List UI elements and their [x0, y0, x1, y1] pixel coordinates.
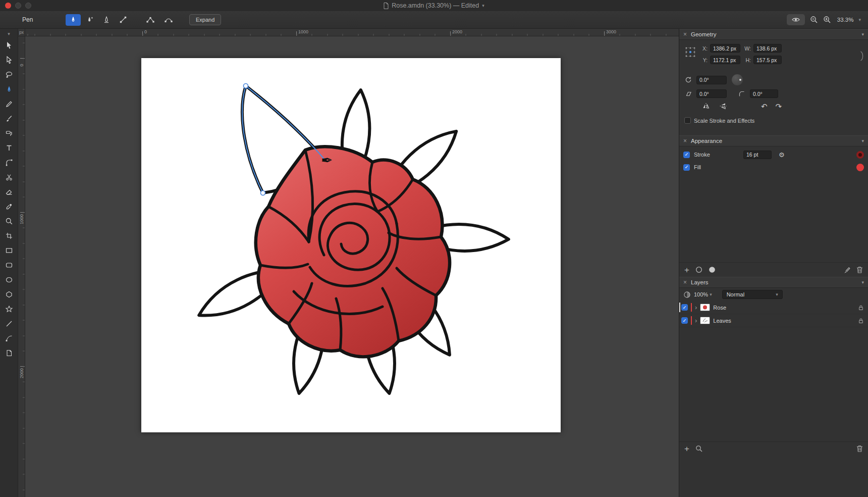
line-tool[interactable]	[2, 316, 16, 331]
path-node	[261, 191, 265, 195]
layer-thumbnail[interactable]	[700, 304, 710, 311]
stroke-settings-gear-icon[interactable]: ⚙	[779, 151, 785, 159]
layer-name[interactable]: Leaves	[713, 318, 855, 324]
close-appearance-panel-icon[interactable]: ×	[683, 138, 687, 144]
no-fill-button[interactable]	[695, 266, 702, 273]
layer-expand-chevron-icon[interactable]: ›	[695, 317, 697, 324]
sharp-node-button[interactable]	[143, 14, 158, 26]
layer-thumbnail[interactable]	[700, 317, 710, 324]
text-tool[interactable]	[2, 140, 16, 155]
shear-icon	[683, 90, 693, 98]
layers-panel-title: Layers	[691, 279, 857, 285]
y-input[interactable]	[710, 56, 740, 64]
color-picker-tool[interactable]	[2, 199, 16, 214]
layer-visibility-checkbox[interactable]: ✓	[681, 304, 688, 311]
node-tool[interactable]	[2, 53, 16, 67]
add-style-button[interactable]: +	[684, 266, 689, 274]
zoom-level-chevron-icon[interactable]: ▾	[858, 17, 861, 22]
style-brush-icon[interactable]	[843, 266, 850, 274]
layer-lock-icon[interactable]	[858, 318, 864, 324]
node-type-group	[143, 14, 176, 26]
flip-vertical-button[interactable]	[719, 102, 728, 110]
layer-name[interactable]: Rose	[713, 305, 855, 311]
pencil-tool[interactable]	[2, 96, 16, 111]
hruler-label: 1000	[298, 29, 308, 34]
w-label: W:	[743, 45, 751, 52]
shear-input[interactable]	[696, 89, 727, 98]
zoom-out-button[interactable]	[810, 16, 818, 24]
layer-expand-chevron-icon[interactable]: ›	[695, 304, 697, 311]
crop-tool[interactable]	[2, 228, 16, 243]
stroke-width-input[interactable]	[743, 151, 772, 159]
title-menu-chevron-icon[interactable]: ▾	[482, 3, 484, 8]
layer-row-rose[interactable]: ✓ › Rose	[679, 301, 868, 314]
x-input[interactable]	[710, 44, 740, 53]
stroke-visibility-checkbox[interactable]: ✓	[683, 152, 690, 158]
polygon-mode-button[interactable]	[99, 14, 114, 26]
fill-color-swatch[interactable]	[856, 164, 864, 171]
link-dimensions-icon[interactable]	[860, 51, 864, 61]
pen-mode-button[interactable]	[66, 14, 81, 26]
toolbar-right-group: 33.3% ▾	[787, 14, 861, 25]
fill-visibility-checkbox[interactable]: ✓	[683, 164, 690, 171]
rotate-right-button[interactable]: ↷	[776, 103, 782, 110]
zoom-tool[interactable]	[2, 214, 16, 228]
opacity-dropdown[interactable]: 100%▾	[694, 291, 712, 297]
horizontal-ruler[interactable]: 0 1000 2000 3000	[25, 29, 679, 36]
height-input[interactable]	[753, 56, 782, 64]
scale-stroke-checkbox[interactable]	[684, 117, 691, 124]
close-geometry-panel-icon[interactable]: ×	[683, 31, 687, 37]
hruler-label: 0	[144, 29, 147, 34]
rotate-left-button[interactable]: ↶	[761, 103, 768, 110]
find-layer-magnifier-icon[interactable]	[695, 445, 702, 452]
expand-button[interactable]: Expand	[189, 14, 221, 25]
smooth-node-button[interactable]	[161, 14, 176, 26]
preview-mode-button[interactable]	[787, 14, 805, 25]
hruler-label: 3000	[606, 29, 616, 34]
layers-collapse-chevron-icon[interactable]: ▾	[861, 280, 864, 285]
rotation-input[interactable]	[696, 76, 727, 84]
canvas-viewport[interactable]: ✒	[25, 36, 679, 497]
rotation-dial[interactable]	[732, 74, 743, 85]
zoom-level-value[interactable]: 33.3%	[837, 17, 854, 23]
rounded-rectangle-tool[interactable]	[2, 258, 16, 272]
solid-fill-button[interactable]	[709, 266, 716, 273]
delete-style-trash-icon[interactable]	[856, 266, 863, 273]
tools-panel-chevron-icon[interactable]: ▾	[8, 30, 10, 38]
artboard[interactable]: ✒	[141, 58, 561, 432]
fill-tool[interactable]	[2, 126, 16, 140]
arc-tool[interactable]	[2, 331, 16, 345]
pen-tool[interactable]	[2, 82, 16, 96]
layer-visibility-checkbox[interactable]: ✓	[681, 317, 688, 324]
smart-mode-button[interactable]	[82, 14, 97, 26]
star-tool[interactable]	[2, 302, 16, 316]
rotation-icon	[683, 76, 693, 84]
layer-lock-icon[interactable]	[858, 305, 864, 311]
frame-tool[interactable]	[2, 345, 16, 360]
scissors-tool[interactable]	[2, 170, 16, 184]
stroke-color-swatch[interactable]	[856, 151, 864, 159]
add-layer-button[interactable]: +	[684, 444, 689, 453]
corner-tool[interactable]	[2, 155, 16, 170]
eraser-tool[interactable]	[2, 184, 16, 199]
corner-input[interactable]	[750, 89, 778, 98]
width-input[interactable]	[753, 44, 782, 53]
line-mode-button[interactable]	[116, 14, 131, 26]
layer-row-leaves[interactable]: ✓ › Leaves	[679, 314, 868, 327]
flip-horizontal-button[interactable]	[701, 102, 711, 110]
rectangle-tool[interactable]	[2, 243, 16, 258]
transform-origin-selector[interactable]	[684, 46, 696, 58]
close-layers-panel-icon[interactable]: ×	[683, 279, 687, 285]
zoom-in-button[interactable]	[823, 16, 831, 24]
blend-mode-select[interactable]: Normal ▾	[722, 290, 783, 299]
lasso-tool[interactable]	[2, 67, 16, 82]
geometry-collapse-chevron-icon[interactable]: ▾	[861, 32, 864, 37]
scale-stroke-label: Scale Stroke and Effects	[694, 118, 754, 124]
move-tool[interactable]	[2, 38, 16, 53]
delete-layer-trash-icon[interactable]	[856, 445, 863, 452]
vertical-ruler[interactable]: 0 1000 2000	[18, 36, 25, 497]
polygon-tool[interactable]	[2, 287, 16, 302]
ellipse-tool[interactable]	[2, 272, 16, 287]
appearance-collapse-chevron-icon[interactable]: ▾	[861, 138, 864, 143]
brush-tool[interactable]	[2, 111, 16, 126]
